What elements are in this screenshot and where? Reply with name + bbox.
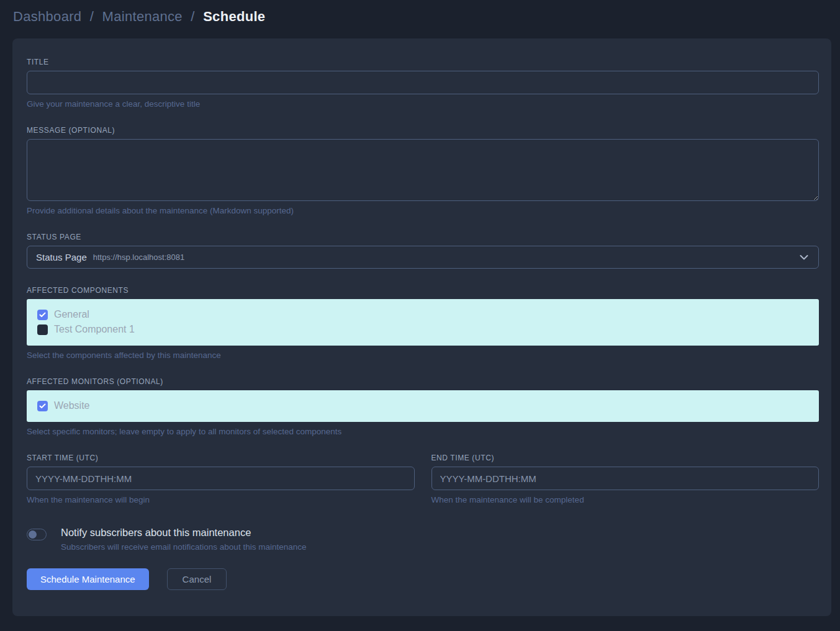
- end-time-input[interactable]: [431, 467, 820, 490]
- component-option-label: Test Component 1: [54, 324, 135, 335]
- cancel-button[interactable]: Cancel: [167, 568, 227, 590]
- end-time-field-group: END TIME (UTC) When the maintenance will…: [431, 454, 820, 504]
- start-time-field-group: START TIME (UTC) When the maintenance wi…: [27, 454, 415, 504]
- notify-subscribers-helper-text: Subscribers will receive email notificat…: [61, 542, 306, 552]
- affected-components-box: General Test Component 1: [27, 299, 819, 346]
- breadcrumb-current-schedule: Schedule: [203, 9, 265, 24]
- title-label: TITLE: [27, 58, 819, 66]
- component-option-label: General: [54, 309, 89, 320]
- start-time-input[interactable]: [27, 467, 415, 490]
- message-helper-text: Provide additional details about the mai…: [27, 206, 819, 215]
- end-time-label: END TIME (UTC): [431, 454, 820, 462]
- toggle-knob: [29, 530, 37, 539]
- form-actions: Schedule Maintenance Cancel: [27, 568, 819, 590]
- start-time-helper-text: When the maintenance will begin: [27, 495, 415, 504]
- breadcrumb-maintenance[interactable]: Maintenance: [102, 9, 183, 24]
- affected-monitors-helper-text: Select specific monitors; leave empty to…: [27, 427, 819, 436]
- message-textarea[interactable]: [27, 139, 819, 201]
- status-page-selected-name: Status Page: [36, 252, 87, 262]
- affected-monitors-group: AFFECTED MONITORS (OPTIONAL) Website Sel…: [27, 377, 819, 436]
- affected-components-group: AFFECTED COMPONENTS General Test Compone…: [27, 286, 819, 360]
- affected-components-helper-text: Select the components affected by this m…: [27, 351, 819, 360]
- title-input[interactable]: [27, 71, 819, 94]
- notify-subscribers-toggle[interactable]: [27, 529, 47, 540]
- chevron-down-icon: [800, 254, 808, 260]
- checkbox-icon[interactable]: [37, 310, 48, 320]
- schedule-maintenance-form-card: TITLE Give your maintenance a clear, des…: [12, 38, 831, 616]
- status-page-select[interactable]: Status Page https://hsp.localhost:8081: [27, 246, 819, 269]
- title-helper-text: Give your maintenance a clear, descripti…: [27, 99, 819, 109]
- affected-monitors-label: AFFECTED MONITORS (OPTIONAL): [27, 377, 819, 386]
- notify-subscribers-row: Notify subscribers about this maintenanc…: [27, 527, 819, 552]
- time-fields-row: START TIME (UTC) When the maintenance wi…: [27, 454, 819, 504]
- breadcrumb: Dashboard / Maintenance / Schedule: [0, 0, 840, 25]
- component-option-general[interactable]: General: [37, 307, 808, 322]
- end-time-helper-text: When the maintenance will be completed: [431, 495, 820, 504]
- breadcrumb-dashboard[interactable]: Dashboard: [13, 9, 81, 24]
- start-time-label: START TIME (UTC): [27, 454, 415, 462]
- schedule-maintenance-button[interactable]: Schedule Maintenance: [27, 568, 149, 590]
- affected-components-label: AFFECTED COMPONENTS: [27, 286, 819, 295]
- status-page-field-group: STATUS PAGE Status Page https://hsp.loca…: [27, 233, 819, 269]
- status-page-label: STATUS PAGE: [27, 233, 819, 241]
- message-field-group: MESSAGE (OPTIONAL) Provide additional de…: [27, 126, 819, 215]
- component-option-test-component-1[interactable]: Test Component 1: [37, 322, 808, 337]
- status-page-selected-url: https://hsp.localhost:8081: [93, 253, 184, 262]
- title-field-group: TITLE Give your maintenance a clear, des…: [27, 58, 819, 109]
- notify-subscribers-text: Notify subscribers about this maintenanc…: [61, 527, 306, 552]
- breadcrumb-separator: /: [191, 9, 194, 24]
- message-label: MESSAGE (OPTIONAL): [27, 126, 819, 135]
- monitor-option-label: Website: [54, 400, 90, 411]
- notify-subscribers-label: Notify subscribers about this maintenanc…: [61, 527, 306, 539]
- checkbox-icon[interactable]: [37, 401, 48, 411]
- affected-monitors-box: Website: [27, 390, 819, 422]
- monitor-option-website[interactable]: Website: [37, 398, 808, 413]
- checkbox-icon[interactable]: [37, 324, 48, 335]
- breadcrumb-separator: /: [90, 9, 94, 24]
